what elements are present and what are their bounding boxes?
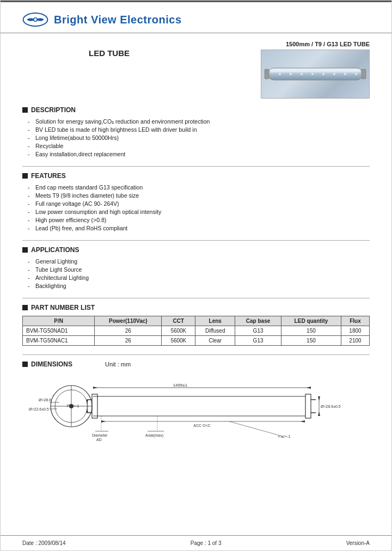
dimensions-header: DIMENSIONS Unit : mm [22, 360, 370, 368]
features-section: FEATURES End cap meets standard G13 spec… [22, 172, 370, 231]
divider-2 [22, 240, 370, 241]
list-item: Architectural Lighting [28, 274, 370, 281]
svg-point-12 [333, 73, 335, 75]
dimensions-icon [22, 362, 28, 367]
svg-text:Ø=28.6±0.5: Ø=28.6±0.5 [321, 405, 341, 408]
svg-text:1499±1: 1499±1 [173, 383, 188, 388]
svg-line-55 [229, 421, 278, 435]
cell-flux-1: 1800 [341, 326, 369, 336]
divider-1 [22, 166, 370, 167]
col-header-led: LED quantity [281, 316, 341, 326]
svg-point-8 [290, 73, 292, 75]
footer-page: Page : 1 of 3 [191, 540, 222, 546]
product-image [261, 50, 370, 99]
dimensions-unit: Unit : mm [105, 361, 131, 368]
cell-flux-2: 2100 [341, 336, 369, 346]
svg-marker-41 [318, 396, 320, 401]
cell-power-2: 26 [95, 336, 162, 346]
list-item: High power efficiency (>0.8) [28, 217, 370, 223]
footer: Date : 2009/08/14 Page : 1 of 3 Version-… [1, 535, 391, 550]
cell-led-1: 150 [281, 326, 341, 336]
svg-text:AD: AD [96, 438, 102, 442]
col-header-cap: Cap base [235, 316, 281, 326]
part-number-icon [22, 305, 28, 310]
svg-point-13 [344, 73, 346, 75]
part-number-table: P/N Power(110Vac) CCT Lens Cap base LED … [22, 316, 370, 346]
cell-led-2: 150 [281, 336, 341, 346]
col-header-pn: P/N [23, 316, 95, 326]
svg-rect-26 [92, 394, 97, 418]
product-header: LED TUBE 1500mm / T9 / G13 LED TUBE [22, 41, 370, 99]
description-icon [22, 107, 28, 113]
svg-point-10 [311, 73, 314, 75]
svg-rect-5 [362, 69, 366, 79]
features-icon [22, 173, 28, 179]
cell-cap-2: G13 [235, 336, 281, 346]
description-section: DESCRIPTION Solution for energy saving,C… [22, 106, 370, 157]
svg-marker-52 [86, 400, 88, 404]
list-item: Recyclable [28, 143, 370, 149]
cell-cap-1: G13 [235, 326, 281, 336]
list-item: Solution for energy saving,CO₂ reduction… [28, 118, 370, 125]
footer-date: Date : 2009/08/14 [22, 540, 66, 546]
svg-text:Pac+-1: Pac+-1 [278, 434, 290, 438]
svg-marker-53 [86, 408, 88, 413]
header: Bright View Electronics [1, 2, 391, 33]
list-item: End cap meets standard G13 specification [28, 184, 370, 191]
dimensions-drawing: Ø=28.6 Ø=22.6±0.5 [22, 372, 370, 443]
svg-point-7 [279, 73, 281, 75]
svg-rect-27 [305, 394, 311, 418]
part-number-section: PART NUMBER LIST P/N Power(110Vac) CCT L… [22, 304, 370, 346]
applications-icon [22, 247, 28, 253]
list-item: Meets T9 (9/8 inches diameter) tube size [28, 192, 370, 199]
svg-point-9 [301, 73, 303, 75]
svg-marker-34 [307, 387, 311, 389]
applications-title: APPLICATIONS [22, 246, 370, 254]
features-list: End cap meets standard G13 specification… [22, 184, 370, 231]
applications-list: General Lighting Tube Light Source Archi… [22, 258, 370, 289]
divider-4 [22, 354, 370, 355]
list-item: Lead (Pb) free, and RoHS compliant [28, 225, 370, 231]
cell-lens-1: Diffused [195, 326, 235, 336]
table-header-row: P/N Power(110Vac) CCT Lens Cap base LED … [23, 316, 370, 326]
list-item: Easy installation,direct replacement [28, 151, 370, 157]
list-item: Backlighting [28, 283, 370, 289]
list-item: BV LED tube is made of high brightness L… [28, 126, 370, 133]
cell-power-1: 26 [95, 326, 162, 336]
cell-cct-2: 5600K [162, 336, 195, 346]
cell-pn-2: BVM-TG50NAC1 [23, 336, 95, 346]
applications-section: APPLICATIONS General Lighting Tube Light… [22, 246, 370, 289]
company-name: Bright View Electronics [54, 14, 182, 26]
description-list: Solution for energy saving,CO₂ reduction… [22, 118, 370, 157]
svg-rect-4 [265, 69, 269, 79]
main-content: LED TUBE 1500mm / T9 / G13 LED TUBE [1, 33, 391, 463]
company-logo [22, 12, 48, 27]
svg-marker-37 [101, 420, 106, 423]
cell-cct-1: 5600K [162, 326, 195, 336]
dimensions-title: DIMENSIONS [22, 360, 72, 368]
features-title: FEATURES [22, 172, 370, 180]
product-image-label: 1500mm / T9 / G13 LED TUBE [196, 41, 370, 47]
product-title-area: LED TUBE [22, 41, 196, 58]
col-header-lens: Lens [195, 316, 235, 326]
cell-lens-2: Clear [195, 336, 235, 346]
list-item: Low power consumption and high optical i… [28, 209, 370, 215]
description-title: DESCRIPTION [22, 106, 370, 114]
svg-text:Ø=22.6±0.5: Ø=22.6±0.5 [29, 407, 49, 411]
col-header-power: Power(110Vac) [95, 316, 162, 326]
svg-marker-42 [318, 412, 320, 416]
svg-text:Axial(max): Axial(max) [145, 433, 163, 438]
col-header-flux: Flux [341, 316, 369, 326]
svg-text:Pac+-1: Pac+-1 [67, 404, 79, 408]
svg-point-2 [34, 19, 37, 21]
part-number-title: PART NUMBER LIST [22, 304, 370, 311]
list-item: General Lighting [28, 258, 370, 265]
list-item: Long lifetime(about to 50000Hrs) [28, 134, 370, 141]
svg-marker-33 [93, 387, 97, 389]
table-row: BVM-TG50NAD1 26 5600K Diffused G13 150 1… [23, 326, 370, 336]
list-item: Tube Light Source [28, 266, 370, 273]
svg-point-11 [322, 73, 324, 75]
svg-rect-6 [270, 69, 360, 72]
product-title: LED TUBE [22, 45, 196, 58]
product-image-area: 1500mm / T9 / G13 LED TUBE [196, 41, 370, 99]
